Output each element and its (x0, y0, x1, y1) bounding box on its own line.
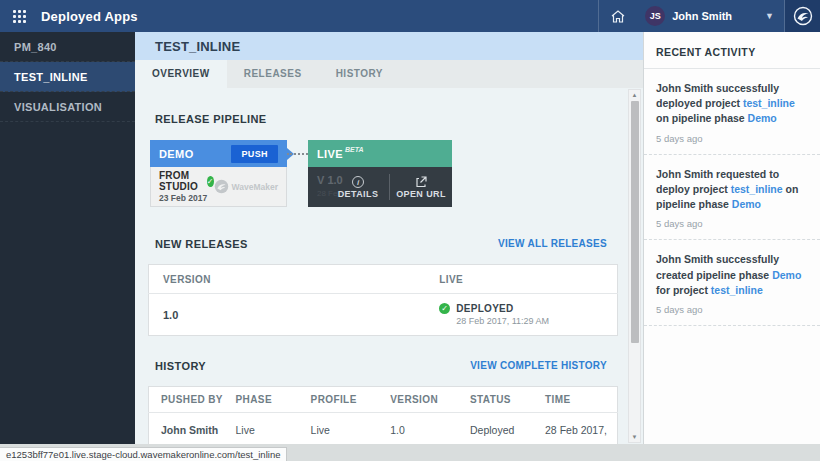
check-circle-icon: ✓ (207, 176, 214, 187)
col-status: STATUS (458, 387, 533, 413)
release-pipeline-heading: RELEASE PIPELINE (155, 113, 267, 125)
activity-text: on pipeline phase (656, 112, 748, 124)
tab-releases[interactable]: RELEASES (227, 60, 319, 88)
deployed-check-icon: ✓ (439, 303, 450, 314)
history-version: 1.0 (378, 413, 458, 445)
vertical-scrollbar[interactable]: ▲ ▼ (628, 89, 641, 443)
activity-time: 5 days ago (656, 304, 808, 315)
pipeline-live-card: LIVE BETA V 1.0 28 Feb 2017 i DETAILS (308, 140, 452, 207)
activity-time: 5 days ago (656, 218, 808, 229)
col-profile: PROFILE (299, 387, 379, 413)
user-menu[interactable]: JS John Smith ▼ (637, 0, 784, 32)
topbar-right-group: JS John Smith ▼ (598, 0, 820, 32)
live-card-header: LIVE BETA (308, 140, 452, 167)
demo-card-header: DEMO PUSH (150, 140, 287, 167)
live-phase-label: LIVE (317, 148, 343, 160)
wavemaker-gray-icon (214, 179, 229, 194)
tabbar: OVERVIEW RELEASES HISTORY (135, 60, 643, 88)
activity-item: John Smith requested to deploy project t… (644, 155, 820, 241)
brand-logo-block[interactable] (785, 0, 820, 32)
open-url-button[interactable]: OPEN URL (390, 176, 452, 199)
activity-project-link[interactable]: test_inline (711, 284, 763, 296)
activity-text: for project (656, 284, 711, 296)
page-title: TEST_INLINE (155, 39, 240, 54)
recent-activity-heading: RECENT ACTIVITY (644, 32, 820, 69)
live-card-overlay: i DETAILS OPEN URL (308, 167, 452, 207)
top-navbar: Deployed Apps JS John Smith ▼ (0, 0, 820, 32)
activity-phase-link[interactable]: Demo (748, 112, 777, 124)
view-all-releases-link[interactable]: VIEW ALL RELEASES (498, 238, 607, 249)
pipeline-connector-line (287, 153, 308, 155)
activity-phase-link[interactable]: Demo (732, 198, 761, 210)
status-url-text: e1253bff77e01.live.stage-cloud.wavemaker… (6, 449, 280, 460)
history-status: Deployed (458, 413, 533, 445)
wavemaker-watermark: WaveMaker (214, 179, 278, 194)
app-title: Deployed Apps (41, 9, 138, 24)
main-panel: TEST_INLINE OVERVIEW RELEASES HISTORY RE… (135, 32, 643, 444)
wavemaker-logo-text: WaveMaker (232, 182, 278, 192)
activity-item: John Smith successfully created pipeline… (644, 240, 820, 326)
home-icon (610, 9, 626, 24)
tab-history[interactable]: HISTORY (319, 60, 400, 88)
sidebar-item-visualisation[interactable]: VISUALISATION (0, 92, 135, 122)
col-version: VERSION (378, 387, 458, 413)
apps-grid-icon[interactable] (13, 10, 26, 23)
history-table: PUSHED BY PHASE PROFILE VERSION STATUS T… (148, 386, 618, 444)
status-bar-url: e1253bff77e01.live.stage-cloud.wavemaker… (0, 447, 287, 461)
avatar: JS (645, 6, 665, 26)
push-button[interactable]: PUSH (231, 145, 278, 163)
col-time: TIME (533, 387, 617, 413)
home-button[interactable] (599, 0, 637, 32)
wavemaker-logo-icon (793, 6, 813, 26)
activity-time: 5 days ago (656, 133, 808, 144)
scrollbar-thumb[interactable] (631, 101, 639, 343)
new-releases-table: VERSION LIVE 1.0 ✓ DEPLOYED 28 Feb 2017,… (148, 264, 618, 336)
col-pushed-by: PUSHED BY (149, 387, 224, 413)
history-profile-link[interactable]: Live (299, 413, 379, 445)
scroll-up-arrow[interactable]: ▲ (632, 90, 638, 100)
activity-text: John Smith successfully created pipeline… (656, 253, 779, 280)
history-time: 28 Feb 2017, (533, 413, 617, 445)
overview-content: RELEASE PIPELINE DEMO PUSH FROM STUDIO ✓… (135, 88, 643, 444)
col-version: VERSION (149, 265, 426, 294)
chevron-down-icon: ▼ (765, 11, 774, 21)
recent-activity-panel: RECENT ACTIVITY John Smith successfully … (643, 32, 820, 444)
sidebar-item-test-inline[interactable]: TEST_INLINE (0, 62, 135, 92)
projects-sidebar: PM_840 TEST_INLINE VISUALISATION (0, 32, 135, 444)
history-heading: HISTORY (155, 360, 206, 372)
info-icon: i (352, 176, 364, 188)
release-row: 1.0 ✓ DEPLOYED 28 Feb 2017, 11:29 AM (149, 294, 618, 336)
demo-date: 23 Feb 2017 (159, 193, 214, 203)
tab-overview[interactable]: OVERVIEW (135, 60, 227, 88)
col-phase: PHASE (224, 387, 299, 413)
history-pushed-by: John Smith (149, 413, 224, 445)
view-complete-history-link[interactable]: VIEW COMPLETE HISTORY (470, 360, 607, 371)
release-version: 1.0 (149, 294, 426, 336)
demo-phase-label: DEMO (159, 148, 194, 160)
live-card-body: V 1.0 28 Feb 2017 i DETAILS (308, 167, 452, 207)
activity-phase-link[interactable]: Demo (772, 269, 801, 281)
activity-item: John Smith successfully deployed project… (644, 69, 820, 155)
scroll-down-arrow[interactable]: ▼ (632, 432, 638, 442)
page-titlebar: TEST_INLINE (135, 32, 643, 60)
activity-project-link[interactable]: test_inline (731, 183, 783, 195)
open-url-icon (415, 176, 427, 188)
release-time: 28 Feb 2017, 11:29 AM (456, 316, 549, 326)
demo-card-body: FROM STUDIO ✓ 23 Feb 2017 WaveMaker (150, 167, 287, 207)
beta-badge: BETA (345, 146, 364, 153)
sidebar-item-pm-840[interactable]: PM_840 (0, 32, 135, 62)
details-button[interactable]: i DETAILS (327, 176, 389, 199)
release-status: DEPLOYED (456, 303, 549, 314)
history-phase: Live (224, 413, 299, 445)
new-releases-heading: NEW RELEASES (155, 238, 248, 250)
col-live: LIVE (425, 265, 617, 294)
activity-project-link[interactable]: test_inline (743, 97, 795, 109)
user-name: John Smith (672, 10, 732, 22)
from-studio-label: FROM STUDIO (159, 170, 203, 192)
pipeline-demo-card: DEMO PUSH FROM STUDIO ✓ 23 Feb 2017 (150, 140, 287, 207)
history-row: John Smith Live Live 1.0 Deployed 28 Feb… (149, 413, 618, 445)
deployed-apps-page: Deployed Apps JS John Smith ▼ (0, 0, 820, 461)
